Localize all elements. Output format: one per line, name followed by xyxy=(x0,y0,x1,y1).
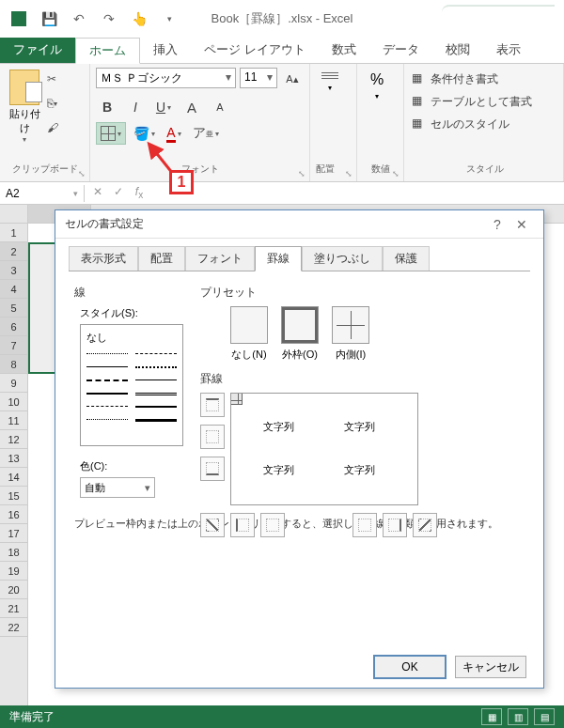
border-vmid2-button[interactable] xyxy=(352,513,377,537)
border-color-select[interactable]: 自動 xyxy=(80,477,155,498)
save-icon[interactable]: 💾 xyxy=(38,8,60,30)
row-header[interactable]: 5 xyxy=(0,299,27,318)
phonetic-button[interactable]: ア亜▾ xyxy=(191,122,221,145)
row-header[interactable]: 3 xyxy=(0,261,27,280)
tab-file[interactable]: ファイル xyxy=(0,38,75,63)
font-name-select[interactable]: ＭＳ Ｐゴシック xyxy=(96,68,236,88)
tab-protection[interactable]: 保護 xyxy=(383,246,430,271)
shrink-font-icon[interactable]: A xyxy=(209,96,231,118)
view-pagelayout-icon[interactable]: ▥ xyxy=(508,708,528,725)
row-header[interactable]: 15 xyxy=(0,487,27,505)
cell-styles-button[interactable]: ▦セルのスタイル xyxy=(412,113,557,135)
tab-home[interactable]: ホーム xyxy=(75,38,140,64)
line-style-option[interactable] xyxy=(135,414,177,424)
row-header[interactable]: 10 xyxy=(0,393,27,411)
redo-icon[interactable]: ↷ xyxy=(98,8,120,30)
row-header[interactable]: 14 xyxy=(0,468,27,487)
tab-pagelayout[interactable]: ページ レイアウト xyxy=(191,38,319,63)
tab-formulas[interactable]: 数式 xyxy=(319,38,369,63)
border-left-button[interactable] xyxy=(230,513,255,537)
line-style-option[interactable] xyxy=(135,375,177,384)
row-header[interactable]: 9 xyxy=(0,374,27,393)
preset-inside[interactable]: 内側(I) xyxy=(330,306,371,362)
qat-customize-icon[interactable]: ▾ xyxy=(158,8,180,30)
row-header[interactable]: 22 xyxy=(0,618,27,637)
number-format-button[interactable]: % ▾ xyxy=(363,68,391,115)
row-header[interactable]: 18 xyxy=(0,543,27,562)
clipboard-launcher-icon[interactable]: ⤡ xyxy=(76,168,87,179)
increase-font-icon[interactable]: A▴ xyxy=(281,68,304,90)
row-header[interactable]: 13 xyxy=(0,449,27,468)
number-launcher-icon[interactable]: ⤡ xyxy=(390,168,401,179)
border-top-button[interactable] xyxy=(200,393,225,417)
row-header[interactable]: 11 xyxy=(0,411,27,430)
line-style-option[interactable] xyxy=(135,349,177,358)
undo-icon[interactable]: ↶ xyxy=(68,8,90,30)
tab-number-format[interactable]: 表示形式 xyxy=(69,246,138,271)
format-as-table-button[interactable]: ▦テーブルとして書式 xyxy=(412,90,557,113)
border-bottom-button[interactable] xyxy=(200,457,225,481)
fx-icon[interactable]: fx xyxy=(132,185,147,200)
row-header[interactable]: 2 xyxy=(0,242,27,261)
line-style-option[interactable] xyxy=(86,414,128,424)
line-style-option[interactable] xyxy=(135,388,177,397)
close-icon[interactable]: ✕ xyxy=(509,217,534,232)
row-header[interactable]: 19 xyxy=(0,562,27,581)
row-header[interactable]: 7 xyxy=(0,336,27,355)
bold-button[interactable]: B xyxy=(96,96,118,118)
line-style-option[interactable] xyxy=(135,401,177,410)
underline-button[interactable]: U▾ xyxy=(152,96,175,118)
line-style-option[interactable] xyxy=(86,375,128,384)
border-right-button[interactable] xyxy=(383,513,407,537)
row-header[interactable]: 6 xyxy=(0,318,27,336)
tab-border[interactable]: 罫線 xyxy=(255,246,302,271)
tab-view[interactable]: 表示 xyxy=(483,38,534,63)
fill-color-button[interactable]: 🪣▾ xyxy=(132,122,157,145)
tab-font-dlg[interactable]: フォント xyxy=(185,246,255,271)
line-style-option[interactable] xyxy=(86,349,128,358)
line-style-option[interactable] xyxy=(86,362,128,371)
line-style-option[interactable] xyxy=(135,362,177,371)
dialog-titlebar[interactable]: セルの書式設定 ? ✕ xyxy=(55,210,543,239)
borders-button[interactable]: ▾ xyxy=(96,122,126,145)
style-none[interactable]: なし xyxy=(86,331,177,345)
accept-formula-icon[interactable]: ✓ xyxy=(111,185,126,200)
row-header[interactable]: 21 xyxy=(0,599,27,618)
tab-insert[interactable]: 挿入 xyxy=(140,38,191,63)
name-box[interactable]: A2 xyxy=(0,185,85,202)
tab-data[interactable]: データ xyxy=(369,38,432,63)
line-style-list[interactable]: なし xyxy=(80,324,183,446)
copy-icon[interactable]: ⎘▾ xyxy=(47,94,73,113)
font-launcher-icon[interactable]: ⤡ xyxy=(296,168,307,179)
cancel-formula-icon[interactable]: ✕ xyxy=(90,185,105,200)
row-header[interactable]: 16 xyxy=(0,505,27,524)
help-icon[interactable]: ? xyxy=(485,217,509,232)
select-all-corner[interactable] xyxy=(0,205,28,224)
row-header[interactable]: 20 xyxy=(0,581,27,599)
cut-icon[interactable]: ✂ xyxy=(47,70,73,88)
tab-fill[interactable]: 塗りつぶし xyxy=(302,246,383,271)
italic-button[interactable]: I xyxy=(124,96,147,118)
grow-font-icon[interactable]: A xyxy=(180,96,203,118)
conditional-formatting-button[interactable]: ▦条件付き書式 xyxy=(412,68,557,90)
line-style-option[interactable] xyxy=(86,401,128,410)
view-normal-icon[interactable]: ▦ xyxy=(481,708,502,725)
align-launcher-icon[interactable]: ⤡ xyxy=(343,168,354,179)
align-button[interactable]: ▾ xyxy=(316,68,344,115)
tab-review[interactable]: 校閲 xyxy=(432,38,483,63)
row-header[interactable]: 4 xyxy=(0,280,27,299)
format-painter-icon[interactable]: 🖌 xyxy=(47,118,73,137)
border-hmid-button[interactable] xyxy=(200,425,225,449)
tab-alignment[interactable]: 配置 xyxy=(138,246,185,271)
app-icon[interactable] xyxy=(8,8,30,30)
border-vmid-button[interactable] xyxy=(260,513,285,537)
preset-none[interactable]: なし(N) xyxy=(228,306,270,362)
paste-button[interactable]: 貼り付け ▾ xyxy=(6,68,43,144)
border-preview[interactable]: 文字列 文字列 文字列 文字列 xyxy=(230,393,418,505)
view-pagebreak-icon[interactable]: ▤ xyxy=(534,708,555,725)
row-header[interactable]: 8 xyxy=(0,355,27,374)
row-header[interactable]: 17 xyxy=(0,524,27,543)
row-header[interactable]: 1 xyxy=(0,224,27,242)
line-style-option[interactable] xyxy=(86,388,128,397)
border-diag-down-button[interactable] xyxy=(413,513,437,537)
